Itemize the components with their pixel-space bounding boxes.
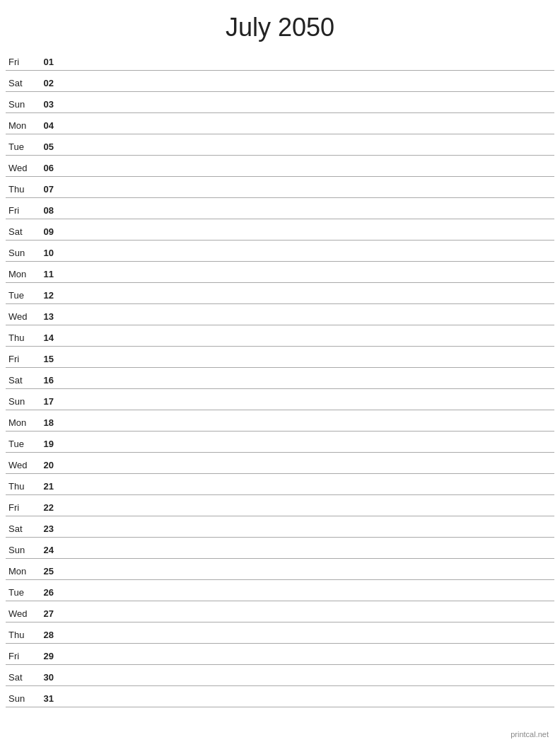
day-line — [54, 344, 554, 344]
day-line — [54, 492, 554, 493]
day-name: Sun — [6, 545, 34, 557]
table-row: Sat30 — [6, 665, 554, 686]
day-number: 01 — [34, 57, 54, 69]
table-row: Wed06 — [6, 156, 554, 177]
day-line — [54, 68, 554, 69]
day-line — [54, 705, 554, 705]
day-number: 07 — [34, 184, 54, 196]
day-line — [54, 301, 554, 302]
table-row: Mon18 — [6, 410, 554, 432]
day-name: Sat — [6, 672, 34, 684]
day-line — [54, 471, 554, 472]
day-number: 19 — [34, 439, 54, 451]
day-name: Wed — [6, 608, 34, 620]
day-name: Sun — [6, 99, 34, 111]
day-line — [54, 386, 554, 387]
day-name: Thu — [6, 184, 34, 196]
day-number: 08 — [34, 205, 54, 217]
day-number: 05 — [34, 141, 54, 154]
day-name: Fri — [6, 354, 34, 366]
day-line — [54, 195, 554, 196]
day-line — [54, 216, 554, 217]
day-number: 23 — [34, 523, 54, 535]
day-name: Tue — [6, 290, 34, 302]
day-line — [54, 556, 554, 557]
day-name: Sun — [6, 693, 34, 705]
day-number: 30 — [34, 672, 54, 684]
day-number: 20 — [34, 460, 54, 472]
day-number: 18 — [34, 417, 54, 429]
day-line — [54, 132, 554, 132]
table-row: Thu21 — [6, 474, 554, 495]
day-number: 14 — [34, 332, 54, 344]
day-number: 28 — [34, 630, 54, 642]
table-row: Wed27 — [6, 601, 554, 622]
day-line — [54, 153, 554, 154]
day-number: 11 — [34, 269, 54, 281]
day-name: Sat — [6, 523, 34, 535]
day-line — [54, 535, 554, 535]
day-name: Sat — [6, 226, 34, 238]
day-line — [54, 620, 554, 620]
day-number: 09 — [34, 226, 54, 238]
day-number: 26 — [34, 587, 54, 599]
day-line — [54, 683, 554, 684]
day-number: 31 — [34, 693, 54, 705]
table-row: Mon25 — [6, 559, 554, 580]
day-name: Sun — [6, 248, 34, 260]
day-name: Tue — [6, 439, 34, 451]
day-line — [54, 450, 554, 451]
table-row: Fri01 — [6, 50, 554, 71]
day-name: Mon — [6, 417, 34, 429]
day-name: Tue — [6, 587, 34, 599]
day-line — [54, 662, 554, 663]
day-name: Sat — [6, 375, 34, 387]
day-line — [54, 89, 554, 90]
day-name: Thu — [6, 481, 34, 493]
table-row: Tue19 — [6, 432, 554, 453]
day-number: 15 — [34, 354, 54, 366]
day-line — [54, 238, 554, 238]
day-line — [54, 577, 554, 578]
day-name: Wed — [6, 460, 34, 472]
day-name: Fri — [6, 651, 34, 663]
day-name: Thu — [6, 332, 34, 344]
table-row: Sun31 — [6, 686, 554, 707]
day-number: 03 — [34, 99, 54, 111]
day-name: Fri — [6, 502, 34, 514]
day-name: Tue — [6, 141, 34, 154]
day-line — [54, 280, 554, 281]
table-row: Tue26 — [6, 580, 554, 601]
day-line — [54, 174, 554, 175]
table-row: Fri15 — [6, 347, 554, 368]
day-number: 06 — [34, 163, 54, 175]
day-number: 10 — [34, 248, 54, 260]
table-row: Fri29 — [6, 644, 554, 665]
day-name: Mon — [6, 120, 34, 132]
table-row: Sat09 — [6, 219, 554, 241]
day-number: 29 — [34, 651, 54, 663]
table-row: Sun03 — [6, 92, 554, 113]
table-row: Thu07 — [6, 177, 554, 198]
day-name: Mon — [6, 269, 34, 281]
day-line — [54, 598, 554, 599]
day-number: 13 — [34, 311, 54, 323]
table-row: Wed13 — [6, 304, 554, 325]
footer-label: printcal.net — [511, 730, 549, 739]
day-number: 02 — [34, 78, 54, 90]
day-number: 16 — [34, 375, 54, 387]
page-title: July 2050 — [0, 0, 560, 50]
table-row: Tue12 — [6, 283, 554, 304]
table-row: Sun17 — [6, 389, 554, 410]
day-line — [54, 365, 554, 366]
day-name: Fri — [6, 57, 34, 69]
day-number: 27 — [34, 608, 54, 620]
day-line — [54, 514, 554, 514]
day-number: 12 — [34, 290, 54, 302]
table-row: Fri22 — [6, 495, 554, 516]
table-row: Fri08 — [6, 198, 554, 219]
day-line — [54, 259, 554, 260]
table-row: Mon11 — [6, 262, 554, 283]
table-row: Tue05 — [6, 134, 554, 156]
table-row: Sat16 — [6, 368, 554, 389]
